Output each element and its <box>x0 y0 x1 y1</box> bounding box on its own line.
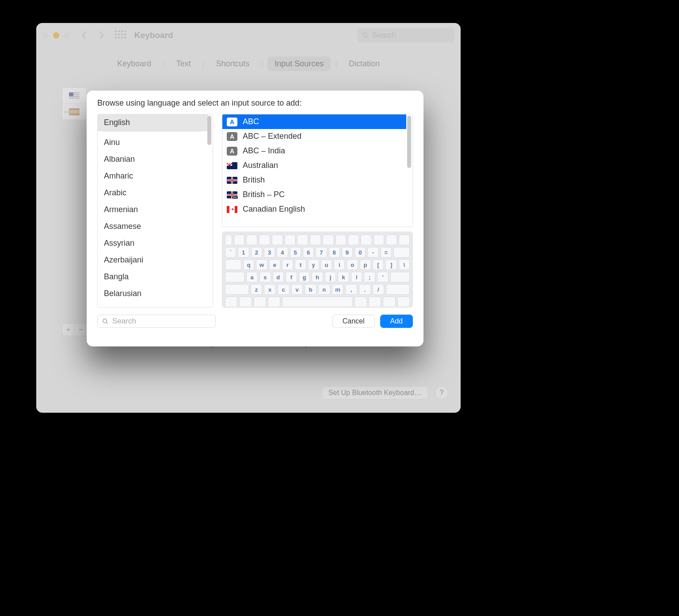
language-item[interactable]: Azerbaijani <box>98 252 208 269</box>
input-source-label: ABC <box>243 117 259 126</box>
input-source-item[interactable]: A ABC – Extended <box>222 129 406 144</box>
language-item[interactable]: English <box>98 114 208 131</box>
sheet-search-input[interactable]: Search <box>97 315 216 328</box>
a-badge-icon: A <box>227 132 237 141</box>
input-source-item[interactable]: A ABC <box>222 114 406 129</box>
svg-point-2 <box>103 319 107 323</box>
input-source-label: Canadian English <box>243 205 305 214</box>
input-source-label: British <box>243 175 265 185</box>
flag-uk-icon <box>227 177 237 184</box>
language-item[interactable]: Armenian <box>98 202 208 218</box>
keyboard-preview: ............... `1234567890-=. .qwertyui… <box>222 232 413 308</box>
a-badge-icon: A <box>227 147 237 156</box>
input-source-label: Australian <box>243 161 278 170</box>
input-source-label: ABC – India <box>243 146 285 156</box>
scrollbar[interactable] <box>407 116 411 168</box>
svg-line-3 <box>106 322 107 323</box>
language-list[interactable]: English Ainu Albanian Amharic Arabic Arm… <box>97 114 213 308</box>
flag-uk-pc-icon: PC <box>227 191 237 198</box>
input-source-item[interactable]: A ABC – India <box>222 144 406 158</box>
add-button[interactable]: Add <box>380 315 413 328</box>
search-placeholder: Search <box>112 317 136 326</box>
cancel-button[interactable]: Cancel <box>332 315 375 328</box>
language-item[interactable]: Amharic <box>98 168 208 185</box>
input-source-item[interactable]: British <box>222 173 406 187</box>
add-input-source-sheet: Browse using language and select an inpu… <box>87 91 423 346</box>
search-icon <box>102 318 109 325</box>
language-item[interactable]: Albanian <box>98 151 208 168</box>
input-source-label: British – PC <box>243 190 285 199</box>
scrollbar[interactable] <box>207 116 211 145</box>
language-item[interactable]: Ainu <box>98 134 208 151</box>
sheet-title: Browse using language and select an inpu… <box>97 99 413 108</box>
language-item[interactable]: Assyrian <box>98 235 208 252</box>
language-item[interactable]: Assamese <box>98 218 208 235</box>
input-source-item[interactable]: PC British – PC <box>222 187 406 202</box>
flag-ca-icon: ✦ <box>227 206 237 213</box>
language-item[interactable]: Arabic <box>98 185 208 202</box>
language-item[interactable]: Bangla <box>98 269 208 285</box>
input-source-item[interactable]: Australian <box>222 158 406 173</box>
language-item[interactable]: Belarusian <box>98 285 208 302</box>
input-source-label: ABC – Extended <box>243 132 301 141</box>
a-badge-icon: A <box>227 118 237 126</box>
input-source-list[interactable]: A ABC A ABC – Extended A ABC – India Aus… <box>222 114 413 227</box>
flag-au-icon <box>227 162 237 169</box>
input-source-item[interactable]: ✦ Canadian English <box>222 202 406 217</box>
